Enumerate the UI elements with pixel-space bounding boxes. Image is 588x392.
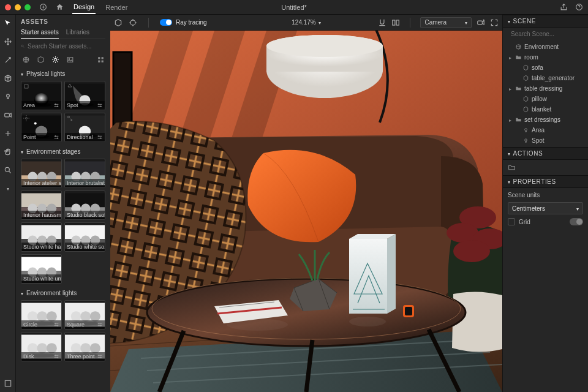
help-icon[interactable] [575,3,583,11]
filter-image-icon[interactable] [65,55,75,64]
scene-header[interactable]: SCENE [503,15,588,28]
home-icon[interactable] [56,3,64,11]
section-physical-lights[interactable]: Physical lights [21,70,105,77]
scene-node[interactable]: table dressing [503,83,588,94]
sliders-icon[interactable] [53,353,59,360]
light-tool-icon[interactable] [3,92,13,102]
camera-tool-icon[interactable] [3,110,13,120]
prim-tool-icon[interactable] [3,74,13,83]
svg-rect-14 [101,60,103,62]
asset-env-stage[interactable]: Studio white ha... [21,222,62,252]
scene-node[interactable]: pillow [503,94,588,104]
select-tool-icon[interactable] [3,18,13,28]
sliders-icon[interactable] [53,134,59,140]
asset-label: Square [67,322,85,328]
folder-icon[interactable] [508,164,583,172]
view-grid-icon[interactable] [96,55,105,64]
globe-icon [515,43,522,50]
assets-search[interactable] [21,43,105,50]
grid-label: Grid [519,219,530,225]
sliders-icon[interactable] [97,322,103,328]
snap-icon[interactable] [378,18,386,27]
share-icon[interactable] [560,3,568,11]
sliders-icon[interactable] [53,102,59,108]
folder-icon [515,116,522,123]
scene-search[interactable] [503,28,588,40]
chevron-down-icon [465,19,467,26]
asset-env-stage[interactable]: Interior haussm... [21,190,62,220]
asset-env-light[interactable]: Circle [21,300,62,330]
filter-globe-icon[interactable] [21,55,31,64]
section-environment-stages[interactable]: Environment stages [21,148,105,155]
section-environment-lights[interactable]: Environment lights [21,290,105,296]
asset-env-light[interactable]: Three point [64,332,105,361]
asset-env-stage[interactable]: Interior brutalist... [64,159,105,188]
sliders-icon[interactable] [97,134,103,140]
assets-search-input[interactable] [28,43,105,50]
camera-select[interactable]: Camera [420,17,472,28]
sliders-icon[interactable] [97,102,103,108]
zoom-window-icon[interactable] [24,4,31,10]
more-tools-icon[interactable] [3,184,13,194]
scene-node[interactable]: room [503,52,588,62]
asset-spot-light[interactable]: Spot [64,81,105,110]
scene-node[interactable]: Environment [503,42,588,52]
add-camera-icon[interactable] [477,18,485,27]
scene-node[interactable]: set dressings [503,115,588,125]
render-canvas[interactable] [110,31,502,392]
asset-label: Point [23,134,36,140]
tab-libraries[interactable]: Libraries [66,29,89,39]
wand-tool-icon[interactable] [3,55,13,65]
scene-node[interactable]: blanket [503,104,588,115]
light-icon [522,127,529,134]
orbit-icon[interactable] [114,18,123,27]
asset-env-stage[interactable]: Interior atelier s... [21,159,62,188]
minimize-window-icon[interactable] [15,4,21,10]
scene-node[interactable]: Spot [503,135,588,146]
settings-icon[interactable] [3,379,13,388]
filter-cube-icon[interactable] [36,55,45,64]
light-icon [522,137,529,144]
scene-search-input[interactable] [511,31,588,37]
asset-area-light[interactable]: Area [21,81,62,110]
target-icon[interactable] [129,18,137,27]
sliders-icon[interactable] [97,353,103,360]
properties-header[interactable]: PROPERTIES [503,175,588,188]
close-window-icon[interactable] [5,4,11,10]
actions-header[interactable]: ACTIONS [503,147,588,160]
fullscreen-icon[interactable] [490,18,499,27]
zoom-tool-icon[interactable] [3,165,13,175]
asset-label: Area [23,102,35,108]
ray-tracing-toggle[interactable] [160,19,172,26]
chevron-down-icon[interactable] [318,19,321,26]
asset-env-stage[interactable]: Studio white um... [21,254,62,284]
asset-point-light[interactable]: Point [21,113,62,142]
svg-point-86 [130,20,135,24]
scene-node[interactable]: sofa [503,62,588,73]
tab-starter-assets[interactable]: Starter assets [21,29,59,39]
scene-node[interactable]: table_generator [503,73,588,83]
add-tool-icon[interactable] [3,129,13,138]
layout-icon[interactable] [391,18,400,27]
asset-env-stage[interactable]: Studio black soft... [64,190,105,220]
asset-env-stage[interactable]: Studio white so... [64,222,105,252]
tab-design[interactable]: Design [72,0,96,14]
hand-tool-icon[interactable] [3,147,13,157]
filter-light-icon[interactable] [50,55,60,64]
grid-toggle[interactable] [570,218,583,225]
grid-checkbox[interactable] [508,218,515,225]
move-tool-icon[interactable] [3,37,13,47]
add-icon[interactable] [39,3,47,11]
svg-point-104 [453,240,490,262]
zoom-readout[interactable]: 124.17% [292,19,315,26]
svg-point-6 [21,45,23,47]
asset-env-light[interactable]: Disk [21,332,62,361]
viewport: Ray tracing 124.17% Camera [110,15,502,392]
tab-render[interactable]: Render [104,0,129,14]
scene-node[interactable]: Area [503,125,588,135]
scene-units-select[interactable]: Centimeters [508,202,583,214]
asset-label: Studio black soft... [67,212,105,218]
asset-directional-light[interactable]: Directional [64,113,105,142]
asset-env-light[interactable]: Square [64,300,105,330]
sliders-icon[interactable] [53,322,59,328]
